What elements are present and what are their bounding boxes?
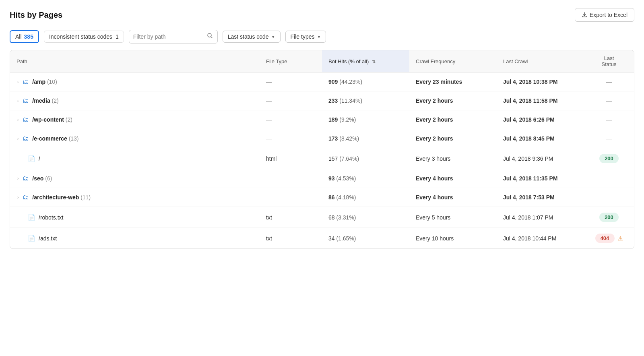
crawl-frequency-cell: Every 10 hours [409, 228, 497, 249]
col-path: Path [10, 50, 260, 72]
last-status-dropdown[interactable]: Last status code ▼ [223, 31, 281, 43]
export-button[interactable]: Export to Excel [575, 8, 634, 22]
path-cell: 📄/robots.txt [10, 207, 260, 228]
col-crawl-frequency: Crawl Frequency [409, 50, 497, 72]
folder-icon: 🗂 [23, 194, 29, 201]
search-icon [207, 33, 213, 39]
chevron-down-icon: ▼ [271, 35, 275, 39]
search-button[interactable] [207, 33, 213, 41]
file-type-cell: — [260, 91, 322, 110]
expand-toggle[interactable]: › [17, 195, 19, 201]
path-cell: 📄/ [10, 148, 260, 169]
last-crawl-cell: Jul 4, 2018 11:35 PM [497, 169, 584, 188]
last-crawl-cell: Jul 4, 2018 1:07 PM [497, 207, 584, 228]
status-dash: — [606, 116, 612, 123]
expand-toggle[interactable]: › [17, 98, 19, 104]
last-status-cell: 404⚠ [584, 228, 634, 249]
crawl-frequency-cell: Every 5 hours [409, 207, 497, 228]
folder-icon: 🗂 [23, 135, 29, 142]
filter-path-input[interactable] [133, 33, 204, 40]
path-name: /wp-content (2) [32, 116, 72, 123]
crawl-frequency-cell: Every 3 hours [409, 148, 497, 169]
bot-hits-cell: 233 (11.34%) [322, 91, 409, 110]
table-row: 📄/robots.txttxt68 (3.31%)Every 5 hoursJu… [10, 207, 634, 228]
folder-icon: 🗂 [23, 116, 29, 123]
status-dash: — [606, 194, 612, 201]
file-type-cell: — [260, 169, 322, 188]
col-file-type: File Type [260, 50, 322, 72]
last-crawl-cell: Jul 4, 2018 11:58 PM [497, 91, 584, 110]
file-type-cell: — [260, 188, 322, 207]
inconsistent-label: Inconsistent status codes [49, 33, 112, 40]
all-label: All [15, 33, 22, 40]
col-last-status: LastStatus [584, 50, 634, 72]
expand-toggle[interactable]: › [17, 117, 19, 123]
file-type-cell: txt [260, 228, 322, 249]
folder-icon: 🗂 [23, 175, 29, 182]
crawl-frequency-cell: Every 2 hours [409, 91, 497, 110]
status-badge: 200 [599, 213, 619, 222]
file-icon: 📄 [28, 235, 35, 242]
bot-hits-cell: 173 (8.42%) [322, 129, 409, 148]
path-cell: 📄/ads.txt [10, 228, 260, 249]
path-cell: ›🗂/e-commerce (13) [10, 129, 260, 148]
last-status-cell: 200 [584, 207, 634, 228]
bot-hits-cell: 189 (9.2%) [322, 110, 409, 129]
status-badge: 404 [595, 234, 615, 243]
last-status-cell: — [584, 72, 634, 91]
last-crawl-cell: Jul 4, 2018 10:44 PM [497, 228, 584, 249]
last-status-cell: — [584, 129, 634, 148]
path-name: /architecture-web (11) [32, 194, 91, 201]
status-dash: — [606, 97, 612, 104]
page-title: Hits by Pages [10, 10, 62, 20]
last-status-label: Last status code [228, 33, 269, 40]
expand-toggle[interactable]: › [17, 79, 19, 85]
status-dash: — [606, 175, 612, 182]
last-status-cell: — [584, 91, 634, 110]
last-crawl-cell: Jul 4, 2018 7:53 PM [497, 188, 584, 207]
path-name: /media (2) [32, 97, 58, 104]
file-type-cell: — [260, 110, 322, 129]
expand-toggle[interactable]: › [17, 176, 19, 182]
file-type-cell: html [260, 148, 322, 169]
path-name: /seo (6) [32, 175, 52, 182]
path-cell: ›🗂/seo (6) [10, 169, 260, 188]
crawl-frequency-cell: Every 23 minutes [409, 72, 497, 91]
col-bot-hits[interactable]: Bot Hits (% of all) ⇅ [322, 50, 409, 72]
sort-icon: ⇅ [372, 59, 376, 64]
file-icon: 📄 [28, 214, 35, 221]
bot-hits-cell: 909 (44.23%) [322, 72, 409, 91]
bot-hits-cell: 93 (4.53%) [322, 169, 409, 188]
folder-icon: 🗂 [23, 97, 29, 104]
bot-hits-cell: 34 (1.65%) [322, 228, 409, 249]
last-status-cell: 200 [584, 148, 634, 169]
file-types-dropdown[interactable]: File types ▼ [285, 31, 326, 43]
expand-toggle[interactable]: › [17, 136, 19, 142]
bot-hits-cell: 68 (3.31%) [322, 207, 409, 228]
all-filter-tab[interactable]: All 385 [10, 30, 39, 43]
all-count: 385 [24, 33, 33, 40]
crawl-frequency-cell: Every 2 hours [409, 129, 497, 148]
filter-search-box [129, 30, 218, 43]
warning-icon: ⚠ [618, 235, 623, 242]
status-dash: — [606, 79, 612, 85]
hits-table: Path File Type Bot Hits (% of all) ⇅ Cra… [10, 50, 634, 249]
last-crawl-cell: Jul 4, 2018 9:36 PM [497, 148, 584, 169]
bot-hits-cell: 157 (7.64%) [322, 148, 409, 169]
file-type-cell: — [260, 129, 322, 148]
last-crawl-cell: Jul 4, 2018 6:26 PM [497, 110, 584, 129]
status-dash: — [606, 135, 612, 142]
table-row: 📄/ads.txttxt34 (1.65%)Every 10 hoursJul … [10, 228, 634, 249]
table-row: ›🗂/media (2)—233 (11.34%)Every 2 hoursJu… [10, 91, 634, 110]
path-cell: ›🗂/amp (10) [10, 72, 260, 91]
file-type-cell: txt [260, 207, 322, 228]
crawl-frequency-cell: Every 4 hours [409, 169, 497, 188]
inconsistent-tab[interactable]: Inconsistent status codes 1 [44, 31, 124, 43]
path-cell: ›🗂/architecture-web (11) [10, 188, 260, 207]
file-types-label: File types [291, 33, 315, 40]
inconsistent-count: 1 [116, 33, 119, 40]
path-name: /amp (10) [32, 79, 57, 85]
chevron-down-icon: ▼ [317, 35, 321, 39]
folder-icon: 🗂 [23, 78, 29, 85]
crawl-frequency-cell: Every 2 hours [409, 110, 497, 129]
